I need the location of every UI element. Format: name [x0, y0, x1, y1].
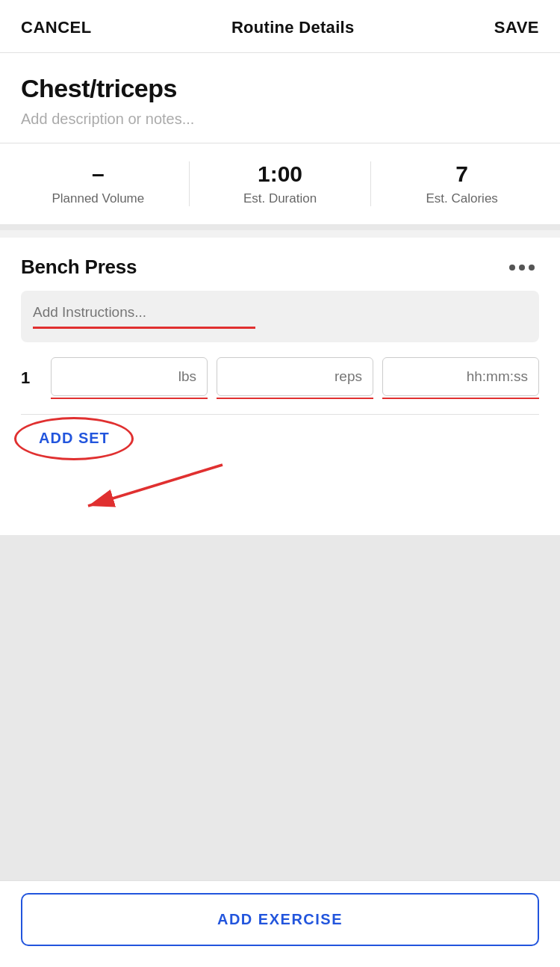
page-title: Routine Details — [231, 18, 355, 37]
time-underline — [382, 398, 539, 400]
add-set-button[interactable]: ADD SET — [21, 430, 128, 447]
est-duration-label: Est. Duration — [243, 191, 317, 206]
arrow-svg — [43, 450, 282, 517]
lbs-input[interactable] — [51, 357, 208, 396]
est-duration-value: 1:00 — [258, 161, 302, 187]
planned-volume-label: Planned Volume — [52, 191, 144, 206]
planned-volume-value: – — [92, 161, 105, 187]
arrow-annotation — [21, 450, 539, 517]
est-calories-label: Est. Calories — [426, 191, 497, 206]
set-row: 1 — [21, 357, 539, 400]
cancel-button[interactable]: CANCEL — [21, 18, 92, 37]
bottom-bar: ADD EXERCISE — [0, 880, 560, 967]
instructions-container[interactable] — [21, 291, 539, 342]
planned-volume-stat: – Planned Volume — [7, 161, 189, 206]
exercise-name: Bench Press — [21, 256, 137, 279]
routine-name: Chest/triceps — [21, 74, 539, 103]
save-button[interactable]: SAVE — [494, 18, 539, 37]
menu-dot-2 — [519, 265, 525, 271]
exercise-section: Bench Press 1 — [0, 238, 560, 535]
menu-dot-3 — [529, 265, 535, 271]
add-set-label: ADD SET — [21, 422, 128, 454]
stats-section: – Planned Volume 1:00 Est. Duration 7 Es… — [0, 143, 560, 230]
reps-underline — [217, 398, 373, 400]
section-divider — [21, 414, 539, 415]
svg-line-1 — [88, 465, 223, 506]
navigation-header: CANCEL Routine Details SAVE — [0, 0, 560, 53]
spacer-area — [0, 535, 560, 880]
reps-input[interactable] — [217, 357, 373, 396]
est-duration-stat: 1:00 Est. Duration — [189, 161, 371, 206]
est-calories-value: 7 — [455, 161, 468, 187]
instructions-input[interactable] — [33, 304, 527, 321]
routine-name-section: Chest/triceps Add description or notes..… — [0, 53, 560, 143]
instructions-underline — [33, 327, 255, 329]
est-calories-stat: 7 Est. Calories — [370, 161, 553, 206]
lbs-underline — [51, 398, 208, 400]
time-input-container — [382, 357, 539, 400]
add-exercise-button[interactable]: ADD EXERCISE — [21, 893, 539, 946]
exercise-menu-button[interactable] — [505, 262, 539, 274]
exercise-header: Bench Press — [21, 256, 539, 279]
lbs-input-container — [51, 357, 208, 400]
routine-description-placeholder[interactable]: Add description or notes... — [21, 111, 539, 128]
reps-input-container — [217, 357, 373, 400]
menu-dot-1 — [509, 265, 515, 271]
set-number: 1 — [21, 368, 42, 388]
time-input[interactable] — [382, 357, 539, 396]
